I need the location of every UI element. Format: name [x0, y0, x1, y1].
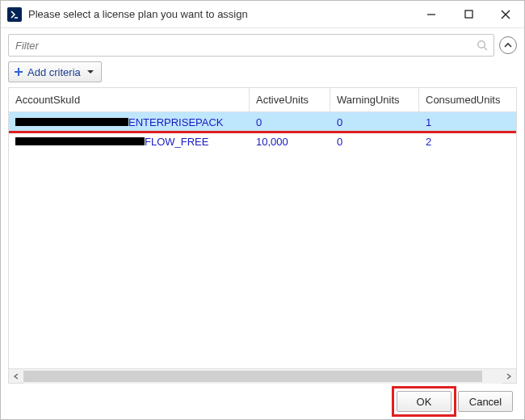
table-row[interactable]: ENTERPRISEPACK 0 0 1 — [9, 112, 516, 132]
window-title: Please select a license plan you want to… — [28, 8, 248, 20]
cell-consumed: 1 — [419, 112, 516, 132]
column-header-consumed[interactable]: ConsumedUnits — [419, 88, 516, 111]
svg-point-5 — [478, 41, 485, 48]
close-button[interactable] — [487, 1, 524, 28]
horizontal-scrollbar[interactable] — [9, 368, 516, 383]
plus-icon — [14, 67, 23, 77]
collapse-toggle[interactable] — [499, 36, 517, 54]
cell-sku: ENTERPRISEPACK — [9, 112, 250, 132]
powershell-icon — [7, 7, 22, 22]
cell-warning: 0 — [330, 132, 419, 151]
maximize-button[interactable] — [450, 1, 487, 28]
column-header-active[interactable]: ActiveUnits — [250, 88, 330, 111]
scroll-right-button[interactable] — [502, 369, 516, 384]
cancel-button[interactable]: Cancel — [458, 391, 513, 412]
sku-suffix: FLOW_FREE — [145, 136, 208, 148]
chevron-up-icon — [503, 40, 513, 50]
scroll-thumb[interactable] — [23, 371, 482, 382]
ok-button[interactable]: OK — [397, 391, 452, 412]
column-header-sku[interactable]: AccountSkuId — [9, 88, 250, 111]
add-criteria-button[interactable]: Add criteria — [8, 61, 102, 82]
maximize-icon — [464, 10, 473, 19]
cell-consumed: 2 — [419, 132, 516, 151]
titlebar: Please select a license plan you want to… — [1, 1, 524, 28]
chevron-down-icon — [86, 66, 94, 78]
scroll-track[interactable] — [23, 369, 502, 384]
close-icon — [501, 10, 510, 19]
svg-line-6 — [485, 48, 488, 51]
minimize-icon — [426, 10, 436, 19]
cell-active: 0 — [250, 112, 330, 132]
dialog-window: Please select a license plan you want to… — [0, 0, 525, 420]
svg-rect-2 — [465, 10, 472, 18]
dialog-footer: OK Cancel — [1, 384, 524, 419]
filter-input[interactable] — [14, 39, 476, 52]
grid-header: AccountSkuId ActiveUnits WarningUnits Co… — [9, 88, 516, 112]
table-row[interactable]: FLOW_FREE 10,000 0 2 — [9, 132, 516, 151]
criteria-bar: Add criteria — [1, 57, 524, 87]
redacted-text — [15, 118, 128, 126]
column-header-warning[interactable]: WarningUnits — [330, 88, 419, 111]
filter-toolbar — [1, 28, 524, 57]
filter-box[interactable] — [8, 34, 494, 57]
grid-body: ENTERPRISEPACK 0 0 1 FLOW_FREE 10,000 0 … — [9, 112, 516, 368]
cell-sku: FLOW_FREE — [9, 132, 250, 151]
chevron-right-icon — [506, 373, 512, 380]
redacted-text — [15, 137, 145, 145]
scroll-left-button[interactable] — [9, 369, 23, 384]
sku-suffix: ENTERPRISEPACK — [128, 116, 224, 128]
search-icon — [476, 39, 489, 52]
cell-warning: 0 — [330, 112, 419, 132]
minimize-button[interactable] — [413, 1, 450, 28]
chevron-left-icon — [13, 373, 19, 380]
add-criteria-label: Add criteria — [27, 66, 81, 78]
license-grid: AccountSkuId ActiveUnits WarningUnits Co… — [8, 87, 517, 384]
cell-active: 10,000 — [250, 132, 330, 151]
window-controls — [413, 1, 524, 28]
